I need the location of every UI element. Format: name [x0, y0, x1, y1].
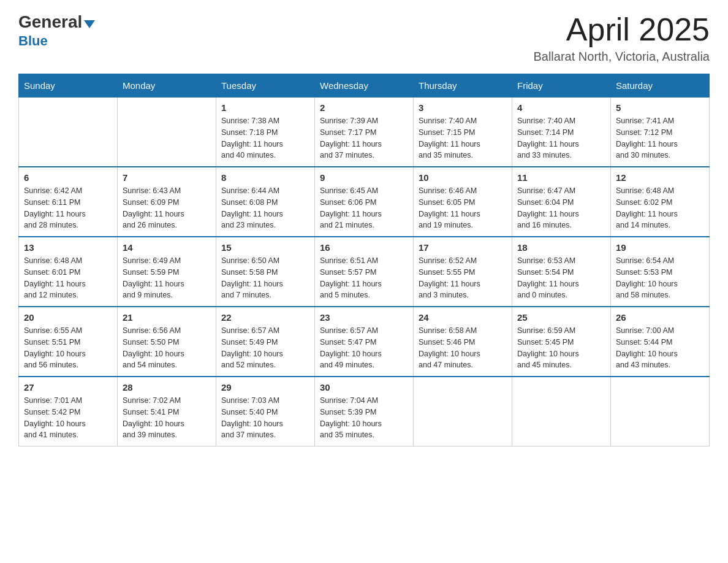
day-info: Sunrise: 7:40 AMSunset: 7:15 PMDaylight:… — [419, 115, 507, 161]
header-sunday: Sunday — [19, 74, 118, 98]
page-header: General Blue April 2025 Ballarat North, … — [18, 12, 710, 64]
calendar-cell: 3Sunrise: 7:40 AMSunset: 7:15 PMDaylight… — [414, 98, 512, 167]
day-number: 3 — [419, 102, 507, 113]
day-number: 30 — [320, 382, 408, 393]
calendar-cell — [611, 377, 710, 446]
calendar-table: SundayMondayTuesdayWednesdayThursdayFrid… — [18, 74, 710, 446]
day-info: Sunrise: 6:55 AMSunset: 5:51 PMDaylight:… — [24, 325, 112, 371]
calendar-cell: 8Sunrise: 6:44 AMSunset: 6:08 PMDaylight… — [216, 167, 315, 237]
day-number: 14 — [123, 242, 211, 253]
day-info: Sunrise: 6:53 AMSunset: 5:54 PMDaylight:… — [517, 255, 605, 301]
calendar-cell: 13Sunrise: 6:48 AMSunset: 6:01 PMDayligh… — [19, 237, 118, 307]
day-number: 29 — [221, 382, 309, 393]
day-info: Sunrise: 6:58 AMSunset: 5:46 PMDaylight:… — [419, 325, 507, 371]
day-info: Sunrise: 6:47 AMSunset: 6:04 PMDaylight:… — [517, 185, 605, 231]
day-number: 1 — [221, 102, 309, 113]
day-info: Sunrise: 6:50 AMSunset: 5:58 PMDaylight:… — [221, 255, 309, 301]
day-info: Sunrise: 6:57 AMSunset: 5:49 PMDaylight:… — [221, 325, 309, 371]
day-info: Sunrise: 6:46 AMSunset: 6:05 PMDaylight:… — [419, 185, 507, 231]
day-number: 4 — [517, 102, 605, 113]
day-info: Sunrise: 6:42 AMSunset: 6:11 PMDaylight:… — [24, 185, 112, 231]
week-row-4: 20Sunrise: 6:55 AMSunset: 5:51 PMDayligh… — [19, 307, 710, 377]
day-info: Sunrise: 7:02 AMSunset: 5:41 PMDaylight:… — [123, 395, 211, 441]
day-info: Sunrise: 6:49 AMSunset: 5:59 PMDaylight:… — [123, 255, 211, 301]
day-number: 6 — [24, 172, 112, 183]
day-info: Sunrise: 7:39 AMSunset: 7:17 PMDaylight:… — [320, 115, 408, 161]
day-number: 21 — [123, 312, 211, 323]
calendar-cell: 1Sunrise: 7:38 AMSunset: 7:18 PMDaylight… — [216, 98, 315, 167]
calendar-cell: 16Sunrise: 6:51 AMSunset: 5:57 PMDayligh… — [315, 237, 414, 307]
header-friday: Friday — [512, 74, 611, 98]
day-info: Sunrise: 7:04 AMSunset: 5:39 PMDaylight:… — [320, 395, 408, 441]
week-row-1: 1Sunrise: 7:38 AMSunset: 7:18 PMDaylight… — [19, 98, 710, 167]
calendar-cell: 28Sunrise: 7:02 AMSunset: 5:41 PMDayligh… — [118, 377, 216, 446]
day-number: 20 — [24, 312, 112, 323]
header-saturday: Saturday — [611, 74, 710, 98]
logo-chevron-icon — [84, 20, 95, 28]
header-thursday: Thursday — [414, 74, 512, 98]
calendar-cell: 27Sunrise: 7:01 AMSunset: 5:42 PMDayligh… — [19, 377, 118, 446]
day-info: Sunrise: 6:51 AMSunset: 5:57 PMDaylight:… — [320, 255, 408, 301]
calendar-cell: 4Sunrise: 7:40 AMSunset: 7:14 PMDaylight… — [512, 98, 611, 167]
title-area: April 2025 Ballarat North, Victoria, Aus… — [533, 12, 710, 64]
day-number: 18 — [517, 242, 605, 253]
calendar-cell: 2Sunrise: 7:39 AMSunset: 7:17 PMDaylight… — [315, 98, 414, 167]
calendar-cell: 26Sunrise: 7:00 AMSunset: 5:44 PMDayligh… — [611, 307, 710, 377]
logo-general-text: General — [18, 12, 82, 32]
header-tuesday: Tuesday — [216, 74, 315, 98]
calendar-cell: 6Sunrise: 6:42 AMSunset: 6:11 PMDaylight… — [19, 167, 118, 237]
day-number: 10 — [419, 172, 507, 183]
day-number: 26 — [616, 312, 704, 323]
calendar-cell: 19Sunrise: 6:54 AMSunset: 5:53 PMDayligh… — [611, 237, 710, 307]
calendar-cell — [118, 98, 216, 167]
day-number: 17 — [419, 242, 507, 253]
day-number: 22 — [221, 312, 309, 323]
day-info: Sunrise: 6:56 AMSunset: 5:50 PMDaylight:… — [123, 325, 211, 371]
calendar-cell — [512, 377, 611, 446]
day-number: 12 — [616, 172, 704, 183]
calendar-cell: 23Sunrise: 6:57 AMSunset: 5:47 PMDayligh… — [315, 307, 414, 377]
day-info: Sunrise: 6:52 AMSunset: 5:55 PMDaylight:… — [419, 255, 507, 301]
header-monday: Monday — [118, 74, 216, 98]
day-number: 9 — [320, 172, 408, 183]
day-info: Sunrise: 6:54 AMSunset: 5:53 PMDaylight:… — [616, 255, 704, 301]
day-number: 5 — [616, 102, 704, 113]
day-number: 2 — [320, 102, 408, 113]
calendar-cell: 20Sunrise: 6:55 AMSunset: 5:51 PMDayligh… — [19, 307, 118, 377]
calendar-cell: 12Sunrise: 6:48 AMSunset: 6:02 PMDayligh… — [611, 167, 710, 237]
day-number: 19 — [616, 242, 704, 253]
logo: General Blue — [18, 12, 95, 49]
calendar-cell: 22Sunrise: 6:57 AMSunset: 5:49 PMDayligh… — [216, 307, 315, 377]
calendar-cell: 14Sunrise: 6:49 AMSunset: 5:59 PMDayligh… — [118, 237, 216, 307]
day-info: Sunrise: 6:48 AMSunset: 6:02 PMDaylight:… — [616, 185, 704, 231]
calendar-cell: 30Sunrise: 7:04 AMSunset: 5:39 PMDayligh… — [315, 377, 414, 446]
day-info: Sunrise: 6:44 AMSunset: 6:08 PMDaylight:… — [221, 185, 309, 231]
day-info: Sunrise: 7:03 AMSunset: 5:40 PMDaylight:… — [221, 395, 309, 441]
calendar-cell: 18Sunrise: 6:53 AMSunset: 5:54 PMDayligh… — [512, 237, 611, 307]
calendar-cell: 7Sunrise: 6:43 AMSunset: 6:09 PMDaylight… — [118, 167, 216, 237]
day-info: Sunrise: 6:59 AMSunset: 5:45 PMDaylight:… — [517, 325, 605, 371]
day-number: 13 — [24, 242, 112, 253]
week-row-2: 6Sunrise: 6:42 AMSunset: 6:11 PMDaylight… — [19, 167, 710, 237]
calendar-cell: 11Sunrise: 6:47 AMSunset: 6:04 PMDayligh… — [512, 167, 611, 237]
calendar-cell: 25Sunrise: 6:59 AMSunset: 5:45 PMDayligh… — [512, 307, 611, 377]
day-number: 27 — [24, 382, 112, 393]
week-row-5: 27Sunrise: 7:01 AMSunset: 5:42 PMDayligh… — [19, 377, 710, 446]
calendar-cell: 5Sunrise: 7:41 AMSunset: 7:12 PMDaylight… — [611, 98, 710, 167]
day-number: 25 — [517, 312, 605, 323]
day-number: 15 — [221, 242, 309, 253]
day-number: 8 — [221, 172, 309, 183]
calendar-cell — [414, 377, 512, 446]
day-info: Sunrise: 6:48 AMSunset: 6:01 PMDaylight:… — [24, 255, 112, 301]
day-info: Sunrise: 6:43 AMSunset: 6:09 PMDaylight:… — [123, 185, 211, 231]
week-row-3: 13Sunrise: 6:48 AMSunset: 6:01 PMDayligh… — [19, 237, 710, 307]
calendar-cell: 15Sunrise: 6:50 AMSunset: 5:58 PMDayligh… — [216, 237, 315, 307]
day-info: Sunrise: 7:41 AMSunset: 7:12 PMDaylight:… — [616, 115, 704, 161]
day-info: Sunrise: 6:57 AMSunset: 5:47 PMDaylight:… — [320, 325, 408, 371]
day-number: 23 — [320, 312, 408, 323]
day-number: 16 — [320, 242, 408, 253]
calendar-cell: 21Sunrise: 6:56 AMSunset: 5:50 PMDayligh… — [118, 307, 216, 377]
day-info: Sunrise: 7:00 AMSunset: 5:44 PMDaylight:… — [616, 325, 704, 371]
day-number: 24 — [419, 312, 507, 323]
day-info: Sunrise: 7:38 AMSunset: 7:18 PMDaylight:… — [221, 115, 309, 161]
